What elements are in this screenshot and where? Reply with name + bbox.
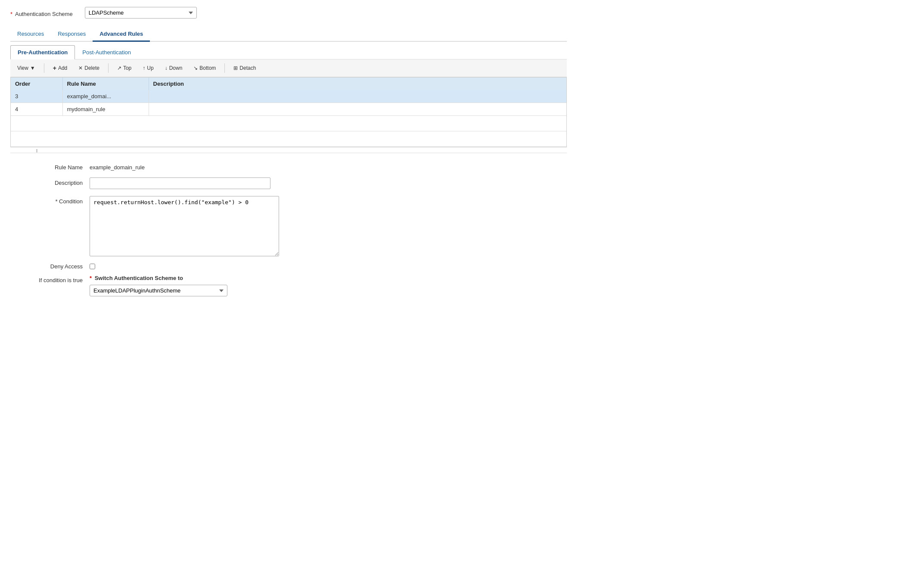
down-arrow-icon: ↓ <box>165 65 168 71</box>
cell-description-2 <box>149 103 566 116</box>
sub-tabs: Pre-Authentication Post-Authentication <box>10 45 567 59</box>
deny-access-label: Deny Access <box>21 263 90 270</box>
rule-name-label: Rule Name <box>21 162 90 171</box>
deny-access-row: Deny Access <box>21 263 556 270</box>
if-condition-body: * Switch Authentication Scheme to Exampl… <box>90 275 227 296</box>
dropdown-arrow-icon: ▼ <box>30 65 35 71</box>
table-row[interactable]: 4 mydomain_rule <box>11 103 566 116</box>
detach-label: Detach <box>239 65 256 71</box>
toolbar-separator-2 <box>108 63 109 73</box>
toolbar: View ▼ + Add ✕ Delete ↗ Top ↑ Up ↓ Down … <box>10 59 567 77</box>
col-description: Description <box>149 78 566 90</box>
rule-name-row: Rule Name example_domain_rule <box>21 162 556 171</box>
toolbar-separator-3 <box>224 63 225 73</box>
if-condition-label: If condition is true <box>21 275 90 283</box>
up-button[interactable]: ↑ Up <box>138 63 158 73</box>
down-label: Down <box>169 65 183 71</box>
cell-rule-name-2: mydomain_rule <box>62 103 149 116</box>
if-condition-row: If condition is true * Switch Authentica… <box>21 275 556 296</box>
x-icon: ✕ <box>78 65 83 71</box>
table-empty-row-2 <box>11 131 566 147</box>
tab-responses[interactable]: Responses <box>51 27 93 42</box>
switch-scheme-label: * Switch Authentication Scheme to <box>90 275 227 281</box>
delete-button[interactable]: ✕ Delete <box>74 63 104 73</box>
tab-advanced-rules[interactable]: Advanced Rules <box>93 27 150 42</box>
detach-button[interactable]: ⊞ Detach <box>229 63 260 73</box>
cell-order-2: 4 <box>11 103 62 116</box>
description-row: Description <box>21 177 556 189</box>
condition-row: * Condition <box>21 196 556 256</box>
table-row[interactable]: 3 example_domai... <box>11 90 566 103</box>
switch-scheme-select[interactable]: ExampleLDAPPluginAuthnScheme <box>90 285 227 296</box>
tab-resources[interactable]: Resources <box>10 27 51 42</box>
top-button[interactable]: ↗ Top <box>113 63 136 73</box>
bottom-label: Bottom <box>199 65 216 71</box>
up-arrow-icon: ↑ <box>143 65 145 71</box>
cell-order-1: 3 <box>11 90 62 103</box>
col-rule-name: Rule Name <box>62 78 149 90</box>
rule-name-value: example_domain_rule <box>90 162 145 171</box>
table-empty-row-1 <box>11 116 566 131</box>
cell-rule-name-1: example_domai... <box>62 90 149 103</box>
top-arrow-icon: ↗ <box>117 65 121 71</box>
sub-tab-post-authentication[interactable]: Post-Authentication <box>75 45 138 59</box>
top-tabs: Resources Responses Advanced Rules <box>10 27 567 42</box>
sub-tab-pre-authentication[interactable]: Pre-Authentication <box>10 45 75 59</box>
deny-access-checkbox[interactable] <box>90 264 95 269</box>
top-label: Top <box>123 65 131 71</box>
bottom-arrow-icon: ↘ <box>193 65 198 71</box>
condition-label: * Condition <box>21 196 90 205</box>
rules-table-container: Order Rule Name Description 3 example_do… <box>10 77 567 147</box>
add-button[interactable]: + Add <box>49 63 72 73</box>
required-star: * <box>10 11 12 17</box>
col-order: Order <box>11 78 62 90</box>
detach-icon: ⊞ <box>233 65 238 71</box>
delete-label: Delete <box>84 65 99 71</box>
description-label: Description <box>21 177 90 186</box>
bottom-button[interactable]: ↘ Bottom <box>189 63 220 73</box>
add-label: Add <box>58 65 67 71</box>
auth-scheme-select[interactable]: LDAPScheme <box>85 7 197 19</box>
auth-scheme-label: * Authentication Scheme <box>10 9 80 17</box>
rules-table: Order Rule Name Description 3 example_do… <box>11 78 566 147</box>
down-button[interactable]: ↓ Down <box>161 63 187 73</box>
toolbar-separator-1 <box>44 63 44 73</box>
detail-panel: Rule Name example_domain_rule Descriptio… <box>10 152 567 312</box>
condition-textarea[interactable] <box>90 196 279 256</box>
switch-scheme-required-star: * <box>90 275 92 281</box>
cell-description-1 <box>149 90 566 103</box>
plus-icon: + <box>53 65 56 72</box>
view-label: View <box>17 65 28 71</box>
condition-required-star: * <box>55 198 57 205</box>
description-input[interactable] <box>90 177 270 189</box>
up-label: Up <box>147 65 153 71</box>
deny-access-inner <box>90 264 95 269</box>
table-header-row: Order Rule Name Description <box>11 78 566 90</box>
view-button[interactable]: View ▼ <box>13 63 40 73</box>
